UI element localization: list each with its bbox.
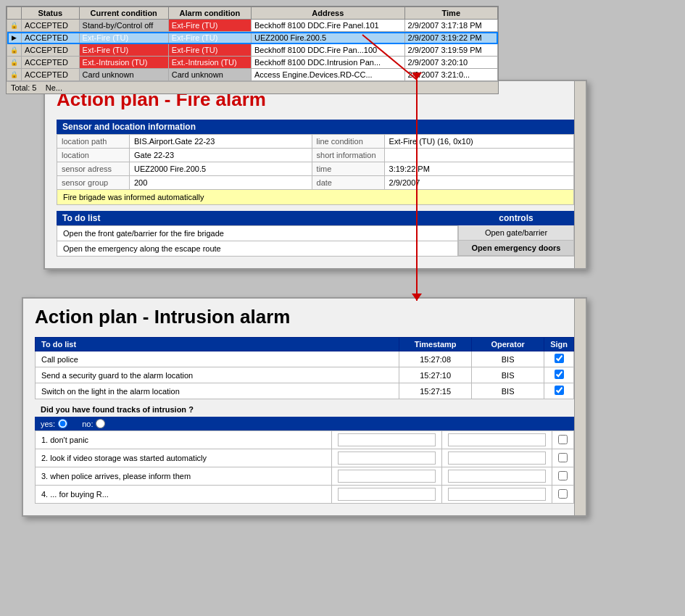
- row-current-cond: Ext.-Intrusion (TU): [79, 57, 168, 69]
- followup-text: 1. don't panic: [36, 431, 332, 449]
- time-label: time: [312, 162, 384, 176]
- col-status: Status: [22, 7, 80, 20]
- row-alarm-cond: Ext-Fire (TU): [168, 20, 251, 32]
- col-sign: Sign: [544, 338, 574, 351]
- yes-label[interactable]: yes:: [41, 419, 67, 428]
- followup-input-1[interactable]: [331, 486, 441, 504]
- row-status: ACCEPTED: [22, 32, 80, 44]
- sensor-info-table: location path BIS.Airport.Gate 22-23 lin…: [57, 134, 574, 190]
- sensor-group-value: 200: [130, 176, 312, 190]
- sensor-info-header: Sensor and location information: [57, 120, 574, 134]
- followup-field-2[interactable]: [448, 451, 546, 465]
- row-time: 2/9/2007 3:19:22 PM: [404, 32, 497, 44]
- row-icon: 🔒: [7, 57, 22, 69]
- row-icon: 🔒: [7, 44, 22, 57]
- followup-checkbox[interactable]: [558, 453, 568, 462]
- followup-checkbox[interactable]: [558, 489, 568, 499]
- alarm-table-container: Status Current condition Alarm condition…: [6, 6, 499, 94]
- yes-radio[interactable]: [58, 419, 67, 428]
- alarm-row[interactable]: 🔒 ACCEPTED Card unknown Card unknown Acc…: [7, 69, 498, 81]
- followup-field-1[interactable]: [338, 433, 436, 446]
- followup-field-1[interactable]: [338, 451, 436, 465]
- row-current-cond: Stand-by/Control off: [79, 20, 168, 32]
- alarm-row[interactable]: 🔒 ACCEPTED Ext.-Intrusion (TU) Ext.-Intr…: [7, 57, 498, 69]
- total-bar: Total: 5 Ne...: [7, 81, 498, 93]
- followup-input-2[interactable]: [441, 449, 552, 467]
- col-current: Current condition: [79, 7, 168, 20]
- row-current-cond: Card unknown: [79, 69, 168, 81]
- col-operator: Operator: [472, 338, 544, 351]
- row-alarm-cond: Ext-Fire (TU): [168, 32, 251, 44]
- open-emergency-doors-button[interactable]: Open emergency doors: [459, 241, 573, 256]
- col-timestamp: Timestamp: [399, 338, 472, 351]
- open-gate-button[interactable]: Open gate/barrier: [459, 225, 573, 241]
- followup-input-1[interactable]: [331, 467, 441, 486]
- line-cond-value: Ext-Fire (TU) (16, 0x10): [384, 135, 573, 149]
- followup-input-1[interactable]: [331, 449, 441, 467]
- no-label[interactable]: no:: [82, 419, 105, 428]
- fire-todo-table: Open the front gate/barrier for the fire…: [57, 225, 458, 257]
- sign-checkbox[interactable]: [555, 386, 564, 395]
- date-label: date: [312, 176, 384, 190]
- date-value: 2/9/2007: [384, 176, 573, 190]
- table-row: location Gate 22-23 short information: [57, 149, 574, 162]
- alarm-table: Status Current condition Alarm condition…: [7, 7, 498, 81]
- followup-checkbox-cell[interactable]: [552, 467, 574, 486]
- followup-input-2[interactable]: [441, 467, 552, 486]
- followup-checkbox-cell[interactable]: [552, 431, 574, 449]
- alarm-row[interactable]: 🔒 ACCEPTED Ext-Fire (TU) Ext-Fire (TU) B…: [7, 44, 498, 57]
- sign-checkbox[interactable]: [555, 354, 564, 363]
- row-time: 2/9/2007 3:20:10: [404, 57, 497, 69]
- row-address: UEZ2000 Fire.200.5: [252, 32, 405, 44]
- todo-sign[interactable]: [544, 367, 574, 383]
- yes-no-bar: yes: no:: [35, 417, 574, 430]
- short-info-value: [384, 149, 573, 162]
- row-address: Beckhoff 8100 DDC.Fire Panel.101: [252, 20, 405, 32]
- followup-field-2[interactable]: [448, 470, 546, 483]
- intrusion-question: Did you have found tracks of intrusion ?: [35, 399, 574, 417]
- followup-field-2[interactable]: [448, 488, 546, 501]
- row-icon: ▶: [7, 32, 22, 44]
- followup-checkbox[interactable]: [558, 471, 568, 480]
- sensor-addr-label: sensor adress: [57, 162, 130, 176]
- col-address: Address: [252, 7, 405, 20]
- followup-field-1[interactable]: [338, 470, 436, 483]
- sign-checkbox[interactable]: [555, 370, 564, 379]
- fire-brigade-note: Fire brigade was informed automatically: [57, 190, 574, 205]
- table-row: Send a security guard to the alarm locat…: [36, 367, 574, 383]
- row-icon: 🔒: [7, 20, 22, 32]
- followup-field-2[interactable]: [448, 433, 546, 446]
- row-current-cond: Ext-Fire (TU): [79, 44, 168, 57]
- todo-sign[interactable]: [544, 383, 574, 399]
- col-alarm: Alarm condition: [168, 7, 251, 20]
- row-time: 2/9/2007 3:21:0...: [404, 69, 497, 81]
- todo-timestamp: 15:27:15: [399, 383, 472, 399]
- alarm-row[interactable]: ▶ ACCEPTED Ext-Fire (TU) Ext-Fire (TU) U…: [7, 32, 498, 44]
- fire-panel-scrollbar[interactable]: [574, 81, 586, 268]
- table-row: Open the emergency along the escape rout…: [57, 241, 458, 257]
- row-icon: 🔒: [7, 69, 22, 81]
- row-current-cond: Ext-Fire (TU): [79, 32, 168, 44]
- no-radio[interactable]: [96, 419, 105, 428]
- intrusion-panel-scrollbar[interactable]: [574, 299, 586, 515]
- location-path-label: location path: [57, 135, 130, 149]
- followup-input-2[interactable]: [441, 431, 552, 449]
- followup-checkbox[interactable]: [558, 435, 568, 444]
- alarm-row[interactable]: 🔒 ACCEPTED Stand-by/Control off Ext-Fire…: [7, 20, 498, 32]
- row-address: Beckhoff 8100 DDC.Fire Pan...100: [252, 44, 405, 57]
- intrusion-todo-table: To do list Timestamp Operator Sign Call …: [35, 337, 574, 399]
- followup-checkbox-cell[interactable]: [552, 449, 574, 467]
- followup-input-2[interactable]: [441, 486, 552, 504]
- todo-sign[interactable]: [544, 351, 574, 367]
- table-row: Switch on the light in the alarm locatio…: [36, 383, 574, 399]
- todo-timestamp: 15:27:10: [399, 367, 472, 383]
- row-time: 2/9/2007 3:19:59 PM: [404, 44, 497, 57]
- table-row: location path BIS.Airport.Gate 22-23 lin…: [57, 135, 574, 149]
- todo-header: To do list: [57, 211, 458, 225]
- followup-input-1[interactable]: [331, 431, 441, 449]
- fire-alarm-panel: Action plan - Fire alarm Sensor and loca…: [43, 80, 587, 270]
- todo-operator: BIS: [472, 367, 544, 383]
- col-todo: To do list: [36, 338, 399, 351]
- followup-checkbox-cell[interactable]: [552, 486, 574, 504]
- followup-field-1[interactable]: [338, 488, 436, 501]
